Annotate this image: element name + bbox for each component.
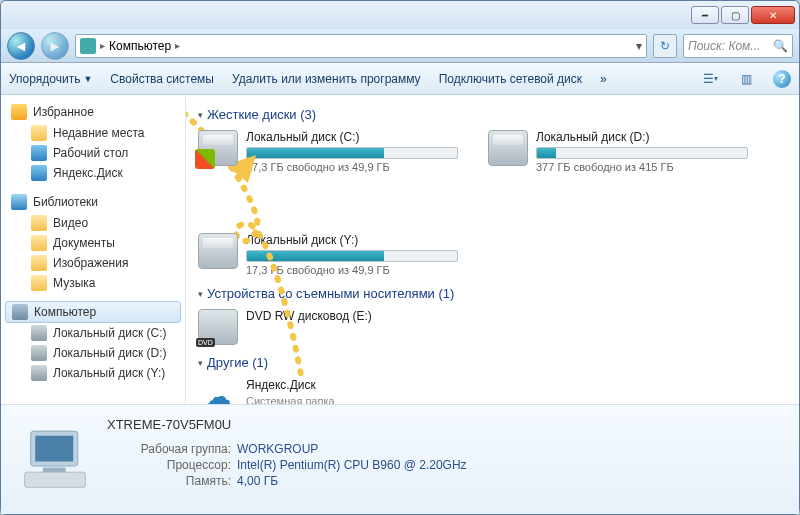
folder-icon bbox=[31, 215, 47, 231]
svg-rect-2 bbox=[43, 467, 66, 472]
svg-rect-1 bbox=[35, 435, 73, 461]
cpu-label: Процессор: bbox=[107, 458, 237, 472]
system-properties-button[interactable]: Свойства системы bbox=[110, 72, 214, 86]
yandex-disk-folder[interactable]: ☁ Яндекс.Диск Системная папка bbox=[198, 378, 458, 404]
organize-menu[interactable]: Упорядочить▼ bbox=[9, 72, 92, 86]
sidebar-libraries[interactable]: Библиотеки bbox=[1, 191, 185, 213]
computer-icon bbox=[80, 38, 96, 54]
view-options-icon[interactable]: ☰▾ bbox=[701, 70, 719, 88]
minimize-button[interactable]: ━ bbox=[691, 6, 719, 24]
section-other[interactable]: ▾ Другие (1) bbox=[198, 355, 787, 370]
close-button[interactable]: ✕ bbox=[751, 6, 795, 24]
sidebar-videos[interactable]: Видео bbox=[1, 213, 185, 233]
chevron-right-icon: ▸ bbox=[175, 40, 180, 51]
toolbar: Упорядочить▼ Свойства системы Удалить ил… bbox=[1, 63, 799, 95]
content-pane: ▾ Жесткие диски (3) Локальный диск (C:)1… bbox=[186, 95, 799, 404]
section-removable[interactable]: ▾ Устройства со съемными носителями (1) bbox=[198, 286, 787, 301]
drive-label: Локальный диск (Y:) bbox=[246, 233, 458, 247]
hard-drive[interactable]: Локальный диск (D:)377 ГБ свободно из 41… bbox=[488, 130, 748, 173]
drive-icon bbox=[488, 130, 528, 166]
folder-icon bbox=[31, 275, 47, 291]
titlebar: ━ ▢ ✕ bbox=[1, 1, 799, 29]
ram-value: 4,00 ГБ bbox=[237, 474, 278, 488]
search-icon: 🔍 bbox=[773, 39, 788, 53]
address-row: ◄ ► ▸ Компьютер ▸ ▾ ↻ Поиск: Ком... 🔍 bbox=[1, 29, 799, 63]
drive-icon bbox=[198, 233, 238, 269]
workgroup-label: Рабочая группа: bbox=[107, 442, 237, 456]
folder-icon bbox=[31, 255, 47, 271]
section-hard-drives[interactable]: ▾ Жесткие диски (3) bbox=[198, 107, 787, 122]
capacity-bar bbox=[246, 250, 458, 262]
details-pane: XTREME-70V5FM0U Рабочая группа: WORKGROU… bbox=[1, 404, 799, 514]
dropdown-icon[interactable]: ▾ bbox=[636, 39, 642, 53]
computer-name: XTREME-70V5FM0U bbox=[107, 417, 785, 432]
refresh-button[interactable]: ↻ bbox=[653, 34, 677, 58]
computer-large-icon bbox=[15, 420, 95, 500]
toolbar-overflow[interactable]: » bbox=[600, 72, 607, 86]
sidebar-desktop[interactable]: Рабочий стол bbox=[1, 143, 185, 163]
sidebar-drive-d[interactable]: Локальный диск (D:) bbox=[1, 343, 185, 363]
sidebar-yandex-disk[interactable]: Яндекс.Диск bbox=[1, 163, 185, 183]
star-icon bbox=[11, 104, 27, 120]
drive-label: Локальный диск (D:) bbox=[536, 130, 748, 144]
forward-button[interactable]: ► bbox=[41, 32, 69, 60]
search-input[interactable]: Поиск: Ком... 🔍 bbox=[683, 34, 793, 58]
collapse-icon: ▾ bbox=[198, 358, 203, 368]
drive-label: Локальный диск (C:) bbox=[246, 130, 458, 144]
drive-icon bbox=[31, 325, 47, 341]
sidebar-recent-places[interactable]: Недавние места bbox=[1, 123, 185, 143]
folder-icon bbox=[31, 235, 47, 251]
preview-pane-icon[interactable]: ▥ bbox=[737, 70, 755, 88]
capacity-bar bbox=[246, 147, 458, 159]
uninstall-program-button[interactable]: Удалить или изменить программу bbox=[232, 72, 421, 86]
dvd-icon bbox=[198, 309, 238, 345]
drive-icon bbox=[198, 130, 238, 166]
address-segment[interactable]: Компьютер bbox=[109, 39, 171, 53]
chevron-right-icon: ▸ bbox=[100, 40, 105, 51]
folder-label: Яндекс.Диск bbox=[246, 378, 458, 392]
sidebar-drive-c[interactable]: Локальный диск (C:) bbox=[1, 323, 185, 343]
navigation-pane: Избранное Недавние места Рабочий стол Ян… bbox=[1, 95, 186, 404]
search-placeholder: Поиск: Ком... bbox=[688, 39, 760, 53]
sidebar-documents[interactable]: Документы bbox=[1, 233, 185, 253]
cpu-value: Intel(R) Pentium(R) CPU B960 @ 2.20GHz bbox=[237, 458, 467, 472]
collapse-icon: ▾ bbox=[198, 110, 203, 120]
cloud-icon: ☁ bbox=[198, 378, 238, 404]
drive-free-text: 17,3 ГБ свободно из 49,9 ГБ bbox=[246, 161, 458, 173]
back-button[interactable]: ◄ bbox=[7, 32, 35, 60]
sidebar-music[interactable]: Музыка bbox=[1, 273, 185, 293]
svg-rect-3 bbox=[25, 472, 86, 487]
desktop-icon bbox=[31, 145, 47, 161]
drive-icon bbox=[31, 365, 47, 381]
sidebar-drive-y[interactable]: Локальный диск (Y:) bbox=[1, 363, 185, 383]
address-bar[interactable]: ▸ Компьютер ▸ ▾ bbox=[75, 34, 647, 58]
cloud-icon bbox=[31, 165, 47, 181]
help-icon[interactable]: ? bbox=[773, 70, 791, 88]
drive-free-text: 17,3 ГБ свободно из 49,9 ГБ bbox=[246, 264, 458, 276]
dvd-drive[interactable]: DVD RW дисковод (E:) bbox=[198, 309, 458, 345]
maximize-button[interactable]: ▢ bbox=[721, 6, 749, 24]
sidebar-favorites[interactable]: Избранное bbox=[1, 101, 185, 123]
sidebar-computer[interactable]: Компьютер bbox=[5, 301, 181, 323]
ram-label: Память: bbox=[107, 474, 237, 488]
drive-label: DVD RW дисковод (E:) bbox=[246, 309, 458, 323]
workgroup-value: WORKGROUP bbox=[237, 442, 318, 456]
hard-drive[interactable]: Локальный диск (Y:)17,3 ГБ свободно из 4… bbox=[198, 233, 458, 276]
capacity-bar bbox=[536, 147, 748, 159]
folder-subtext: Системная папка bbox=[246, 395, 458, 404]
sidebar-pictures[interactable]: Изображения bbox=[1, 253, 185, 273]
folder-icon bbox=[31, 125, 47, 141]
map-network-drive-button[interactable]: Подключить сетевой диск bbox=[439, 72, 582, 86]
libraries-icon bbox=[11, 194, 27, 210]
drive-free-text: 377 ГБ свободно из 415 ГБ bbox=[536, 161, 748, 173]
drive-icon bbox=[31, 345, 47, 361]
computer-icon bbox=[12, 304, 28, 320]
collapse-icon: ▾ bbox=[198, 289, 203, 299]
hard-drive[interactable]: Локальный диск (C:)17,3 ГБ свободно из 4… bbox=[198, 130, 458, 173]
